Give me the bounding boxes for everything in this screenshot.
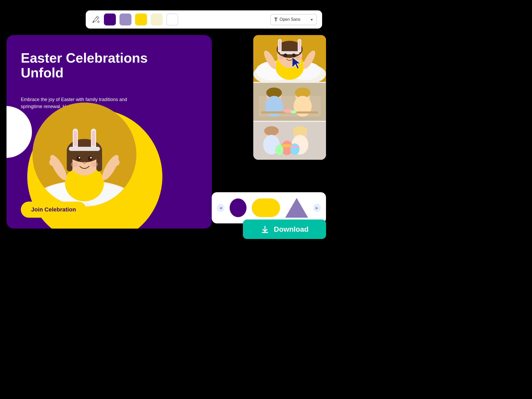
shapes-prev-button[interactable]: ◀ — [217, 204, 224, 212]
font-selector[interactable]: T Open Sans ▾ — [270, 14, 317, 25]
image-thumb-3 — [253, 122, 326, 160]
main-card: Easter Celebrations Unfold Embrace the j… — [6, 35, 212, 229]
color-swatch-lavender[interactable] — [119, 14, 131, 25]
svg-point-0 — [98, 21, 99, 23]
svg-point-18 — [88, 156, 92, 161]
join-celebration-button[interactable]: Join Celebration — [21, 202, 86, 218]
shape-pill[interactable] — [252, 198, 280, 217]
image-panel-mid — [253, 82, 326, 121]
svg-rect-39 — [280, 51, 300, 54]
svg-point-42 — [279, 56, 284, 59]
svg-point-61 — [293, 126, 307, 136]
card-photo — [32, 103, 136, 207]
svg-rect-38 — [298, 40, 301, 51]
cursor-icon — [292, 57, 303, 70]
svg-rect-68 — [262, 232, 268, 233]
svg-point-58 — [264, 126, 279, 136]
color-swatch-white[interactable] — [166, 14, 178, 25]
svg-point-19 — [79, 157, 80, 158]
download-icon — [260, 225, 270, 234]
shapes-next-button[interactable]: ▶ — [313, 204, 321, 212]
image-panel-top — [253, 35, 326, 82]
svg-point-65 — [290, 143, 300, 155]
chevron-right-icon: ▶ — [316, 206, 318, 210]
color-swatch-cream[interactable] — [151, 14, 163, 25]
svg-rect-16 — [69, 147, 100, 151]
download-button[interactable]: Download — [243, 220, 326, 239]
svg-point-21 — [83, 162, 86, 164]
chevron-down-icon: ▾ — [311, 17, 313, 22]
image-thumb-2 — [253, 83, 326, 121]
svg-point-66 — [290, 146, 300, 148]
chevron-left-icon: ◀ — [219, 206, 222, 210]
image-panel — [253, 35, 326, 160]
font-name-label: Open Sans — [280, 17, 300, 22]
paint-bucket-icon[interactable] — [91, 15, 100, 24]
svg-point-20 — [90, 157, 92, 158]
shape-triangle[interactable] — [285, 198, 308, 218]
white-half-circle-decoration — [6, 106, 32, 158]
svg-point-41 — [292, 54, 296, 57]
svg-rect-15 — [92, 131, 95, 146]
svg-point-40 — [284, 54, 287, 57]
svg-point-23 — [91, 162, 98, 167]
image-panel-bot — [253, 121, 326, 160]
image-thumb-1 — [253, 35, 326, 82]
card-title: Easter Celebrations Unfold — [21, 51, 151, 80]
svg-point-17 — [76, 156, 81, 161]
font-t-icon: T — [274, 17, 277, 23]
svg-marker-44 — [292, 57, 301, 69]
svg-point-22 — [71, 162, 78, 167]
svg-point-55 — [290, 110, 297, 114]
svg-rect-14 — [74, 131, 77, 146]
toolbar: T Open Sans ▾ — [86, 10, 322, 29]
svg-rect-10 — [67, 151, 72, 171]
svg-rect-11 — [96, 151, 102, 171]
color-swatch-yellow[interactable] — [135, 14, 147, 25]
shapes-panel: ◀ ▶ — [212, 192, 326, 223]
svg-point-67 — [275, 145, 283, 155]
download-label: Download — [274, 225, 309, 234]
shape-circle[interactable] — [230, 198, 247, 217]
color-swatch-purple[interactable] — [104, 14, 116, 25]
svg-rect-37 — [279, 40, 281, 51]
